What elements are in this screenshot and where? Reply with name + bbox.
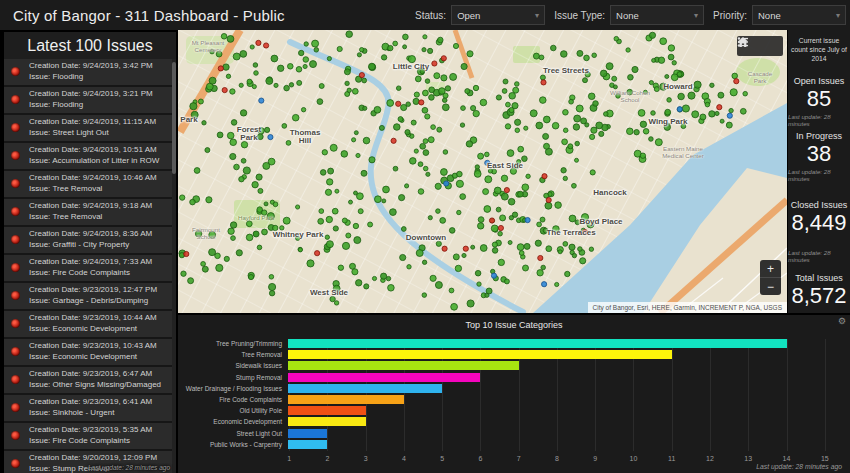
tree-issue-marker[interactable]	[239, 83, 243, 87]
tree-issue-marker[interactable]	[519, 251, 524, 256]
tree-issue-marker[interactable]	[282, 124, 287, 129]
tree-issue-marker[interactable]	[575, 220, 580, 225]
tree-issue-marker[interactable]	[678, 93, 685, 100]
tree-issue-marker[interactable]	[241, 158, 246, 163]
tree-issue-marker[interactable]	[460, 123, 464, 127]
tree-issue-marker[interactable]	[346, 31, 353, 38]
tree-issue-marker[interactable]	[396, 86, 401, 91]
tree-issue-marker[interactable]	[505, 124, 510, 129]
tree-issue-marker[interactable]	[368, 222, 373, 227]
tree-issue-marker[interactable]	[715, 111, 719, 115]
list-item[interactable]: Creation Date: 9/23/2019, 10:43 AM Issue…	[4, 339, 172, 367]
tree-issue-marker[interactable]	[322, 150, 327, 155]
tree-issue-marker[interactable]	[422, 107, 428, 113]
tree-issue-marker[interactable]	[483, 189, 489, 195]
tree-issue-marker[interactable]	[210, 50, 214, 54]
issue-marker-blue[interactable]	[444, 181, 449, 186]
tree-issue-marker[interactable]	[480, 245, 487, 252]
issue-marker-red[interactable]	[264, 43, 269, 48]
tree-issue-marker[interactable]	[638, 110, 645, 117]
tree-issue-marker[interactable]	[668, 54, 674, 60]
scrollbar-thumb[interactable]	[172, 62, 176, 174]
tree-issue-marker[interactable]	[369, 63, 376, 70]
issue-marker-red[interactable]	[582, 229, 587, 234]
issue-marker-red[interactable]	[359, 73, 364, 78]
tree-issue-marker[interactable]	[418, 162, 423, 167]
tree-issue-marker[interactable]	[280, 226, 284, 230]
tree-issue-marker[interactable]	[581, 214, 588, 221]
chart-bar[interactable]	[288, 339, 787, 348]
tree-issue-marker[interactable]	[732, 73, 738, 79]
chart-bar[interactable]	[288, 373, 480, 382]
tree-issue-marker[interactable]	[569, 244, 575, 250]
tree-issue-marker[interactable]	[423, 35, 427, 39]
tree-issue-marker[interactable]	[328, 168, 334, 174]
tree-issue-marker[interactable]	[422, 48, 426, 52]
tree-issue-marker[interactable]	[526, 174, 530, 178]
tree-issue-marker[interactable]	[230, 139, 237, 146]
tree-issue-marker[interactable]	[374, 106, 381, 113]
tree-issue-marker[interactable]	[640, 121, 646, 127]
tree-issue-marker[interactable]	[381, 273, 387, 279]
tree-issue-marker[interactable]	[634, 130, 639, 135]
tree-issue-marker[interactable]	[344, 69, 350, 75]
tree-issue-marker[interactable]	[485, 176, 492, 183]
tree-issue-marker[interactable]	[423, 90, 429, 96]
tree-issue-marker[interactable]	[299, 50, 304, 55]
tree-issue-marker[interactable]	[342, 218, 347, 223]
tree-issue-marker[interactable]	[508, 198, 515, 205]
tree-issue-marker[interactable]	[612, 76, 617, 81]
tree-issue-marker[interactable]	[740, 108, 746, 114]
tree-issue-marker[interactable]	[361, 170, 367, 176]
tree-issue-marker[interactable]	[190, 103, 197, 110]
tree-issue-marker[interactable]	[660, 83, 667, 90]
tree-issue-marker[interactable]	[364, 284, 369, 289]
tree-issue-marker[interactable]	[304, 42, 308, 46]
tree-issue-marker[interactable]	[627, 128, 634, 135]
issue-marker-red[interactable]	[396, 101, 401, 106]
issue-marker-red[interactable]	[717, 105, 722, 110]
tree-issue-marker[interactable]	[191, 111, 198, 118]
tree-issue-marker[interactable]	[537, 222, 542, 227]
tree-issue-marker[interactable]	[632, 66, 638, 72]
tree-issue-marker[interactable]	[429, 87, 435, 93]
tree-issue-marker[interactable]	[438, 37, 444, 43]
tree-issue-marker[interactable]	[334, 301, 338, 305]
tree-issue-marker[interactable]	[592, 53, 597, 58]
tree-issue-marker[interactable]	[655, 139, 662, 146]
tree-issue-marker[interactable]	[325, 189, 331, 195]
tree-issue-marker[interactable]	[388, 45, 393, 50]
tree-issue-marker[interactable]	[303, 64, 307, 68]
tree-issue-marker[interactable]	[552, 122, 559, 129]
tree-issue-marker[interactable]	[240, 110, 246, 116]
tree-issue-marker[interactable]	[257, 245, 262, 250]
tree-issue-marker[interactable]	[543, 133, 549, 139]
tree-issue-marker[interactable]	[466, 141, 472, 147]
tree-issue-marker[interactable]	[509, 93, 516, 100]
tree-issue-marker[interactable]	[292, 114, 299, 121]
tree-issue-marker[interactable]	[209, 77, 216, 84]
tree-issue-marker[interactable]	[507, 150, 514, 157]
chart-bar[interactable]	[288, 361, 519, 370]
issue-marker-red[interactable]	[222, 88, 227, 93]
tree-issue-marker[interactable]	[181, 271, 186, 276]
tree-issue-marker[interactable]	[546, 246, 552, 252]
tree-issue-marker[interactable]	[352, 138, 356, 142]
tree-issue-marker[interactable]	[420, 69, 424, 73]
filter-dropdown[interactable]: Open ▾	[451, 5, 545, 25]
list-item[interactable]: Creation Date: 9/24/2019, 8:36 AM Issue:…	[4, 227, 172, 255]
tree-issue-marker[interactable]	[325, 235, 329, 239]
tree-issue-marker[interactable]	[269, 275, 274, 280]
list-item[interactable]: Creation Date: 9/24/2019, 10:51 AM Issue…	[4, 143, 172, 171]
tree-issue-marker[interactable]	[205, 148, 210, 153]
tree-issue-marker[interactable]	[667, 98, 672, 103]
tree-issue-marker[interactable]	[665, 109, 671, 115]
tree-issue-marker[interactable]	[453, 254, 459, 260]
tree-issue-marker[interactable]	[318, 218, 324, 224]
tree-issue-marker[interactable]	[224, 256, 229, 261]
issue-marker-red[interactable]	[504, 188, 509, 193]
tree-issue-marker[interactable]	[591, 127, 597, 133]
tree-issue-marker[interactable]	[491, 225, 498, 232]
tree-issue-marker[interactable]	[445, 86, 450, 91]
tree-issue-marker[interactable]	[590, 170, 595, 175]
